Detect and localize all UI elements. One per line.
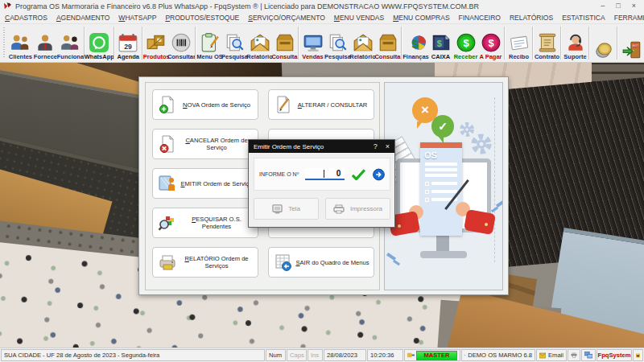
barcode-icon [171, 32, 192, 53]
status-ins: Ins [308, 349, 323, 361]
informe-label: INFORME O Nº [259, 171, 299, 177]
search-docs-icon [225, 32, 246, 53]
toolbar-os-consulta-button[interactable]: Consulta [272, 25, 297, 61]
tela-button[interactable]: Tela [254, 198, 319, 220]
supplier-icon [35, 32, 56, 53]
toolbar-funcionario-button[interactable]: Funciona [58, 25, 83, 61]
toolbar-coin-button[interactable] [591, 25, 616, 61]
pesquisar-os-button[interactable]: PESQUISAR O.S. Pendentes [152, 208, 258, 238]
confirm-check-icon[interactable] [352, 169, 365, 180]
cancelar-os-button[interactable]: CANCELAR Ordem de Serviço [152, 129, 258, 159]
emitir-os-button[interactable]: EMITIR Ordem de Serviço [152, 168, 258, 199]
menu-produtos-estoque[interactable]: PRODUTOS/ESTOQUE [165, 14, 239, 22]
menu-vendas[interactable]: MENU VENDAS [334, 14, 384, 22]
menu-servico-orcamento[interactable]: SERVIÇO/ORÇAMENTO [248, 14, 325, 22]
status-date: 28/08/2023 [324, 349, 366, 361]
status-num: Num [266, 349, 286, 361]
toolbar-apagar-button[interactable]: $ A Pagar [478, 25, 503, 61]
pay-coin-icon: $ [481, 32, 502, 53]
toolbar: Clientes Fornece Funciona WhatsApp 29 Ag… [0, 24, 644, 63]
check-bubble-icon: ✓ [431, 115, 454, 138]
menu-estatistica[interactable]: ESTATISTICA [562, 14, 605, 22]
dialog-title-bar[interactable]: Emitir Ordem de Serviço ? × [249, 140, 394, 153]
svg-text:29: 29 [124, 43, 132, 51]
status-network-button[interactable] [581, 349, 596, 361]
toolbar-vendas-relatorio-button[interactable]: Relatório [350, 25, 375, 61]
alterar-consultar-button[interactable]: ALTERAR / CONSULTAR [268, 89, 374, 120]
emitir-os-dialog: Emitir Ordem de Serviço ? × INFORME O Nº… [248, 139, 395, 228]
cashbook-icon: $ [431, 32, 452, 53]
toolbar-contrato-button[interactable]: Contrato [535, 25, 559, 61]
clipboard-icon [200, 32, 221, 53]
user-key-icon [407, 352, 415, 359]
cancel-document-icon [158, 134, 177, 154]
svg-text:$: $ [411, 37, 419, 51]
toolbar-consultar-button[interactable]: Consultar [169, 25, 194, 61]
contract-scroll-icon [537, 32, 558, 53]
whatsapp-icon [89, 32, 109, 53]
toolbar-vendas-button[interactable]: Vendas [300, 25, 325, 61]
sales-monitor-icon [303, 32, 324, 53]
dialog-help-button[interactable]: ? [374, 142, 378, 150]
status-email-button[interactable]: Email [536, 349, 567, 361]
toolbar-agenda-button[interactable]: 29 Agenda [116, 25, 141, 61]
os-document-title: OS [420, 148, 462, 160]
toolbar-fornecedor-button[interactable]: Fornece [33, 25, 58, 61]
nova-os-button[interactable]: NOVA Ordem de Serviço [152, 89, 258, 120]
text-caret [324, 170, 324, 178]
network-monitor-icon [584, 352, 592, 359]
toolbar-exit-button[interactable]: EXIT [619, 25, 644, 61]
receive-coin-icon: $ [456, 32, 477, 53]
toolbar-vendas-pesquisa-button[interactable]: Pesquisa [325, 25, 350, 61]
edit-document-icon [274, 95, 293, 114]
menu-cadastros[interactable]: CADASTROS [5, 14, 47, 22]
toolbar-vendas-consulta-button[interactable]: Consulta [375, 25, 400, 61]
toolbar-produtos-button[interactable]: Produtos [144, 25, 169, 61]
app-logo-icon [3, 2, 12, 10]
exit-door-icon: EXIT [621, 39, 642, 60]
toolbar-receber-button[interactable]: $ Receber [453, 25, 478, 61]
toolbar-menu-os-button[interactable]: Menu OS [197, 25, 222, 61]
toolbar-os-pesquisa-button[interactable]: Pesquisa [222, 25, 247, 61]
toolbar-os-relatorio-button[interactable]: Relatório [247, 25, 272, 61]
report-mail-icon [250, 32, 270, 53]
toolbar-caixa-button[interactable]: $ CAIXA [428, 25, 453, 61]
menu-relatorios[interactable]: RELATÓRIOS [510, 14, 553, 22]
menu-agendamento[interactable]: AGENDAMENTO [56, 14, 109, 22]
toolbar-suporte-button[interactable]: Suporte [563, 25, 588, 61]
menu-compras[interactable]: MENU COMPRAS [393, 14, 449, 22]
drawer-icon [378, 32, 398, 53]
search-pending-icon [158, 213, 177, 232]
status-brand: FpqSystem [597, 349, 632, 361]
menu-whatsapp[interactable]: WHATSAPP [118, 14, 156, 22]
toolbar-recibo-button[interactable]: Recibo [506, 25, 531, 61]
close-button[interactable]: × [632, 2, 636, 10]
go-button-icon[interactable] [373, 168, 385, 181]
sair-quadro-button[interactable]: SAIR do Quadro de Menus [268, 247, 374, 278]
exit-grid-icon [274, 253, 293, 272]
toolbar-whatsapp-button[interactable]: WhatsApp [86, 25, 113, 61]
minimize-button[interactable]: – [601, 2, 605, 10]
status-printer-button[interactable] [568, 349, 580, 361]
toolbar-clientes-button[interactable]: Clientes [8, 25, 33, 61]
menu-financeiro[interactable]: FINANCEIRO [459, 14, 501, 22]
finance-icon: $ [406, 32, 427, 53]
status-time: 10:20:36 [367, 349, 403, 361]
relatorio-os-button[interactable]: RELATÓRIO Ordem de Serviços [152, 247, 258, 278]
os-document: OS [420, 142, 462, 236]
os-number-input[interactable]: 0 [305, 168, 345, 180]
window-title: Programa OS Marmoraria e Financeiro v6.8… [15, 2, 601, 10]
master-badge: MASTER [416, 351, 457, 360]
svg-text:$: $ [436, 39, 441, 48]
dialog-close-button[interactable]: × [386, 142, 390, 150]
app-window: Programa OS Marmoraria e Financeiro v6.8… [0, 0, 644, 362]
computer-icon [464, 352, 465, 359]
email-icon [539, 352, 546, 359]
drawer-icon [275, 32, 295, 53]
receipt-icon [509, 32, 530, 53]
toolbar-financas-button[interactable]: $ Finanças [403, 25, 428, 61]
impressora-button[interactable]: Impressora [325, 198, 390, 220]
status-session [633, 349, 643, 361]
maximize-button[interactable]: □ [616, 2, 620, 10]
menu-ferramentas[interactable]: FERRAMENTAS [614, 14, 644, 22]
